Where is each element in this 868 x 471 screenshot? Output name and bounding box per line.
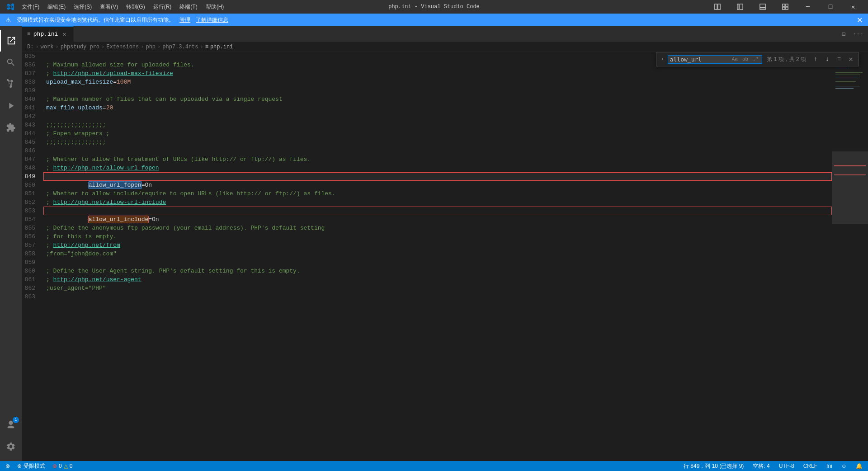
activity-account[interactable]: 1 bbox=[0, 414, 22, 436]
line-num-842: 842 bbox=[22, 112, 40, 121]
split-editor-button[interactable]: ⊟ bbox=[837, 28, 850, 40]
minimap bbox=[832, 52, 868, 461]
find-whole-word-button[interactable]: ab bbox=[741, 56, 750, 62]
customize-layout-icon[interactable] bbox=[775, 0, 796, 14]
line-num-850: 850 bbox=[22, 181, 40, 189]
split-editor-icon[interactable] bbox=[707, 0, 728, 14]
info-bar: ⚠ 受限模式旨在实现安全地浏览代码。信任此窗口以启用所有功能。 管理 了解详细信… bbox=[0, 14, 868, 26]
menu-goto[interactable]: 转到(G) bbox=[123, 2, 148, 12]
tab-php-ini[interactable]: ≡ php.ini ✕ bbox=[22, 26, 74, 42]
line-num-856: 856 bbox=[22, 232, 40, 241]
menu-select[interactable]: 选择(S) bbox=[70, 2, 95, 12]
restricted-label: 受限模式 bbox=[24, 462, 45, 470]
line-859 bbox=[43, 258, 832, 267]
line-863 bbox=[43, 292, 832, 301]
menu-view[interactable]: 查看(V) bbox=[96, 2, 122, 12]
info-text: 受限模式旨在实现安全地浏览代码。信任此窗口以启用所有功能。 bbox=[17, 16, 174, 24]
info-close-button[interactable]: ✕ bbox=[857, 16, 863, 24]
menu-edit[interactable]: 编辑(E) bbox=[44, 2, 69, 12]
close-button[interactable]: ✕ bbox=[843, 0, 863, 14]
menu-terminal[interactable]: 终端(T) bbox=[176, 2, 201, 12]
status-encoding[interactable]: UTF-8 bbox=[777, 461, 796, 471]
breadcrumb-work[interactable]: work bbox=[41, 44, 54, 50]
status-feedback[interactable]: ☺ bbox=[840, 461, 849, 471]
svg-rect-0 bbox=[715, 4, 717, 9]
line-855: ; Define the anonymous ftp password (you… bbox=[43, 224, 832, 232]
breadcrumb-filename[interactable]: php.ini bbox=[210, 44, 233, 50]
activity-source-control[interactable] bbox=[0, 73, 22, 95]
find-previous-button[interactable]: ↑ bbox=[811, 54, 821, 64]
status-errors[interactable]: ⊗ 0 △ 0 bbox=[51, 461, 74, 471]
line-860: ; Define the User-Agent string. PHP's de… bbox=[43, 267, 832, 275]
line-842 bbox=[43, 112, 832, 121]
status-remote[interactable]: ⊗ bbox=[4, 461, 12, 471]
minimize-button[interactable]: ─ bbox=[797, 0, 818, 14]
code-lines[interactable]: ; Maximum allowed size for uploaded file… bbox=[43, 52, 832, 461]
more-actions-button[interactable]: ··· bbox=[852, 28, 864, 40]
menu-help[interactable]: 帮助(H) bbox=[202, 2, 228, 12]
find-expand-button[interactable]: › bbox=[659, 55, 666, 63]
find-match-case-button[interactable]: Aa bbox=[731, 56, 739, 62]
find-next-button[interactable]: ↓ bbox=[822, 54, 832, 64]
line-847: ; Whether to allow the treatment of URLs… bbox=[43, 155, 832, 164]
tab-actions: ⊟ ··· bbox=[837, 28, 868, 40]
breadcrumb-php[interactable]: php bbox=[146, 44, 156, 50]
main-layout: 1 ≡ php.ini ✕ ⊟ ··· D: › work › bbox=[0, 26, 868, 461]
find-input[interactable] bbox=[670, 56, 729, 63]
toggle-panel-icon[interactable] bbox=[752, 0, 773, 14]
breadcrumb-extensions[interactable]: Extensions bbox=[106, 44, 139, 50]
line-num-854: 854 bbox=[22, 215, 40, 224]
status-right: 行 849，列 10 (已选择 9) 空格: 4 UTF-8 CRLF Ini … bbox=[682, 461, 864, 471]
svg-rect-7 bbox=[786, 4, 788, 6]
match-highlight-853: allow_url_include bbox=[89, 216, 149, 223]
status-notifications[interactable]: 🔔 bbox=[854, 461, 864, 471]
info-manage-link[interactable]: 管理 bbox=[179, 16, 190, 24]
find-more-options-button[interactable]: ≡ bbox=[834, 54, 844, 64]
line-num-851: 851 bbox=[22, 189, 40, 198]
line-862: ;user_agent="PHP" bbox=[43, 284, 832, 292]
status-spaces[interactable]: 空格: 4 bbox=[751, 461, 771, 471]
code-view[interactable]: 835 836 837 838 839 840 841 842 843 844 … bbox=[22, 52, 868, 461]
svg-rect-8 bbox=[783, 7, 785, 9]
activity-settings[interactable] bbox=[0, 436, 22, 457]
svg-rect-19 bbox=[835, 81, 856, 82]
status-language[interactable]: Ini bbox=[825, 461, 834, 471]
line-num-852: 852 bbox=[22, 198, 40, 207]
activity-explorer[interactable] bbox=[0, 30, 22, 52]
activity-extensions[interactable] bbox=[0, 117, 22, 138]
menu-run[interactable]: 运行(R) bbox=[150, 2, 175, 12]
editor-area: ≡ php.ini ✕ ⊟ ··· D: › work › phpstudy_p… bbox=[22, 26, 868, 461]
line-numbers: 835 836 837 838 839 840 841 842 843 844 … bbox=[22, 52, 43, 461]
svg-rect-18 bbox=[835, 77, 858, 77]
find-regex-button[interactable]: .* bbox=[751, 56, 760, 62]
menu-file[interactable]: 文件(F) bbox=[18, 2, 43, 12]
svg-rect-15 bbox=[835, 68, 849, 68]
status-position[interactable]: 行 849，列 10 (已选择 9) bbox=[682, 461, 745, 471]
svg-rect-10 bbox=[834, 52, 866, 414]
status-restricted-mode[interactable]: ⊗ 受限模式 bbox=[15, 461, 47, 471]
maximize-button[interactable]: □ bbox=[820, 0, 841, 14]
toggle-sidebar-icon[interactable] bbox=[730, 0, 750, 14]
line-852: ; http://php.net/allow-url-include bbox=[43, 198, 832, 207]
svg-rect-20 bbox=[835, 86, 860, 86]
breadcrumb-php7[interactable]: php7.3.4nts bbox=[162, 44, 198, 50]
line-843: ;;;;;;;;;;;;;;;;; bbox=[43, 121, 832, 129]
line-num-859: 859 bbox=[22, 258, 40, 267]
activity-run-debug[interactable] bbox=[0, 95, 22, 117]
find-close-button[interactable]: ✕ bbox=[846, 54, 856, 64]
activity-search[interactable] bbox=[0, 52, 22, 73]
info-learn-more-link[interactable]: 了解详细信息 bbox=[196, 16, 228, 24]
find-widget: › Aa ab .* 第 1 项，共 2 项 ↑ ↓ ≡ ✕ bbox=[656, 52, 859, 66]
activity-bar: 1 bbox=[0, 26, 22, 461]
language-text: Ini bbox=[826, 463, 832, 469]
line-850 bbox=[43, 181, 832, 189]
tab-close-button[interactable]: ✕ bbox=[61, 31, 68, 38]
line-854 bbox=[43, 215, 832, 224]
line-840: ; Maximum number of files that can be up… bbox=[43, 95, 832, 104]
account-badge: 1 bbox=[13, 417, 19, 423]
breadcrumb-d[interactable]: D: bbox=[27, 44, 33, 50]
warning-icon: △ bbox=[64, 463, 68, 469]
breadcrumb-phpstudy[interactable]: phpstudy_pro bbox=[61, 44, 99, 50]
status-line-ending[interactable]: CRLF bbox=[802, 461, 819, 471]
info-warning-icon: ⚠ bbox=[5, 16, 11, 24]
